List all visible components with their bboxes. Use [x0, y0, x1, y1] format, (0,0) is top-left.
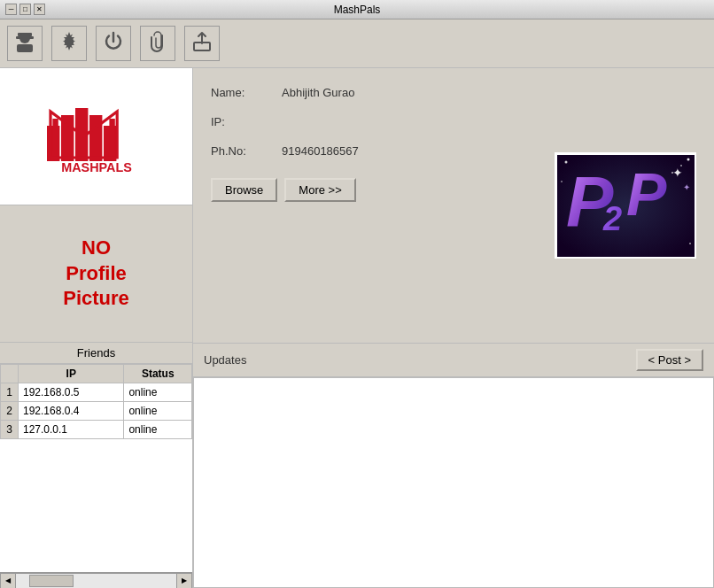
- col-status: Status: [124, 365, 192, 383]
- titlebar: ─ □ ✕ MashPals: [0, 0, 714, 19]
- app-title: MashPals: [334, 4, 381, 16]
- friends-table: IP Status 1 192.168.0.5 online 2 192.168…: [0, 364, 192, 439]
- ip-row: IP:: [211, 115, 519, 128]
- p2p-logo-box: P 2 P ✦ ✦: [555, 152, 696, 259]
- scroll-right-arrow[interactable]: ▶: [176, 573, 192, 589]
- row-status: online: [124, 402, 192, 421]
- phone-value: 919460186567: [282, 144, 359, 158]
- phone-row: Ph.No: 919460186567: [211, 144, 519, 158]
- contact-icon: [12, 29, 37, 58]
- scroll-track[interactable]: [16, 573, 176, 589]
- minimize-button[interactable]: ─: [5, 4, 17, 15]
- action-buttons: Browse More >>: [211, 178, 519, 202]
- browse-button[interactable]: Browse: [211, 178, 277, 202]
- friends-header: Friends: [0, 343, 192, 364]
- attachment-button[interactable]: [140, 26, 175, 61]
- more-button[interactable]: More >>: [284, 178, 355, 202]
- row-ip: 192.168.0.5: [19, 383, 124, 402]
- row-status: online: [124, 383, 192, 402]
- power-icon: [102, 30, 125, 58]
- svg-rect-11: [52, 119, 58, 151]
- svg-rect-9: [89, 115, 102, 161]
- top-right-section: Name: Abhijith Gurao IP: Ph.No: 91946018…: [193, 68, 714, 343]
- attachment-icon: [146, 30, 169, 58]
- maximize-button[interactable]: □: [19, 4, 31, 15]
- table-row[interactable]: 3 127.0.0.1 online: [1, 421, 192, 439]
- profile-pic-area: NOProfilePicture: [0, 205, 192, 343]
- main-layout: MASHPALS NOProfilePicture Friends IP Sta…: [0, 68, 714, 588]
- row-num: 3: [1, 421, 19, 439]
- phone-label: Ph.No:: [211, 144, 282, 158]
- contact-button[interactable]: [7, 26, 43, 61]
- table-row[interactable]: 1 192.168.0.5 online: [1, 383, 192, 402]
- scroll-thumb[interactable]: [29, 575, 74, 587]
- post-button[interactable]: < Post >: [636, 349, 703, 371]
- row-num: 2: [1, 402, 19, 421]
- right-panel: Name: Abhijith Gurao IP: Ph.No: 91946018…: [193, 68, 714, 588]
- left-panel: MASHPALS NOProfilePicture Friends IP Sta…: [0, 68, 193, 588]
- svg-text:P: P: [626, 160, 667, 228]
- toolbar: [0, 19, 714, 68]
- window-controls[interactable]: ─ □ ✕: [5, 4, 45, 15]
- svg-text:✦: ✦: [672, 166, 683, 180]
- updates-content[interactable]: [193, 377, 714, 588]
- friends-table-container[interactable]: IP Status 1 192.168.0.5 online 2 192.168…: [0, 364, 192, 572]
- friends-panel: Friends IP Status 1 192.168.0.5: [0, 343, 192, 588]
- settings-button[interactable]: [51, 26, 87, 61]
- svg-point-18: [687, 158, 689, 160]
- svg-rect-3: [17, 44, 33, 52]
- svg-point-2: [19, 33, 30, 43]
- logo-area: MASHPALS: [0, 68, 192, 205]
- export-button[interactable]: [184, 26, 220, 61]
- user-info-area: Name: Abhijith Gurao IP: Ph.No: 91946018…: [193, 68, 537, 343]
- col-num: [1, 365, 19, 383]
- svg-point-20: [561, 181, 563, 182]
- row-ip: 192.168.0.4: [19, 402, 124, 421]
- row-num: 1: [1, 383, 19, 402]
- name-value: Abhijith Gurao: [282, 86, 354, 99]
- p2p-logo: P 2 P ✦ ✦: [557, 155, 695, 257]
- updates-title: Updates: [204, 353, 246, 367]
- svg-text:MASHPALS: MASHPALS: [61, 160, 132, 174]
- svg-text:2: 2: [602, 200, 622, 237]
- updates-area: Updates < Post >: [193, 343, 714, 588]
- power-button[interactable]: [96, 26, 131, 61]
- updates-header: Updates < Post >: [193, 344, 714, 377]
- name-row: Name: Abhijith Gurao: [211, 86, 519, 99]
- settings-icon: [58, 30, 81, 58]
- mashpals-logo: MASHPALS: [26, 83, 167, 190]
- row-ip: 127.0.0.1: [19, 421, 124, 439]
- svg-rect-12: [109, 119, 114, 151]
- ip-label: IP:: [211, 115, 282, 128]
- svg-point-21: [689, 243, 691, 244]
- svg-text:✦: ✦: [683, 182, 690, 192]
- row-status: online: [124, 421, 192, 439]
- no-profile-text: NOProfilePicture: [63, 236, 129, 312]
- scrollbar[interactable]: ◀ ▶: [0, 572, 192, 588]
- close-button[interactable]: ✕: [34, 4, 45, 15]
- p2p-logo-area: P 2 P ✦ ✦: [537, 68, 714, 343]
- export-icon: [190, 30, 213, 58]
- scroll-left-arrow[interactable]: ◀: [0, 573, 16, 589]
- name-label: Name:: [211, 86, 282, 99]
- table-row[interactable]: 2 192.168.0.4 online: [1, 402, 192, 421]
- col-ip: IP: [19, 365, 124, 383]
